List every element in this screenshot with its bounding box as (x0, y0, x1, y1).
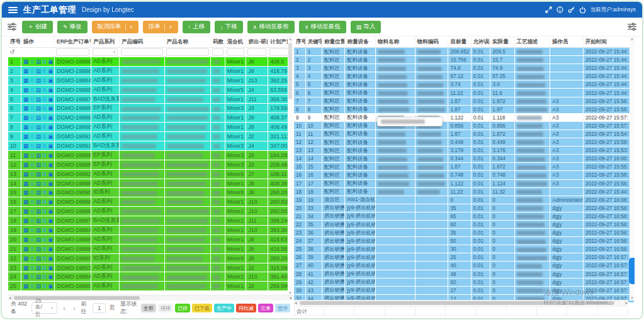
status-badge-完单[interactable]: 完单 (258, 304, 273, 312)
copy-icon[interactable]: ⧉ (43, 106, 47, 111)
work-order-row[interactable]: 14▦⊙▤⧉▣DGMO-198880AD系列Mixer1J9408.38 (8, 179, 293, 188)
list-icon[interactable]: ▤ (36, 134, 41, 140)
work-order-row[interactable]: 7▦⊙▤⧉▣DGMO-198880AD系列Mixer1J9408.37 (8, 113, 293, 123)
weighing-row[interactable]: 2538挤出研磨区jy9-挤出机研…300.010dgjy2022-09-27 … (294, 245, 635, 253)
copy-icon[interactable]: ⧉ (43, 199, 47, 205)
right-horizontal-scrollbar[interactable]: ◂▸ (294, 300, 628, 306)
detail-grid-icon[interactable]: ▦ (23, 199, 28, 205)
copy-icon[interactable]: ⧉ (43, 143, 47, 149)
copy-icon[interactable]: ⧉ (43, 172, 47, 177)
list-icon[interactable]: ▤ (36, 246, 41, 252)
key-icon[interactable] (568, 6, 575, 13)
stop-icon[interactable]: ▣ (48, 181, 53, 187)
copy-icon[interactable]: ⧉ (43, 59, 47, 65)
weighing-row[interactable]: 1818配料区配料设备11.220.0111.322022-09-27 15:4… (294, 187, 635, 196)
target-icon[interactable]: ⊙ (30, 284, 34, 289)
weighing-row[interactable]: 2841挤出研磨区jy9-挤出机研…480.010dgjy2022-09-27 … (294, 270, 635, 278)
hamburger-menu-icon[interactable] (8, 7, 18, 13)
filter-input[interactable] (166, 48, 210, 56)
list-icon[interactable]: ▤ (36, 172, 41, 177)
weighing-row[interactable]: 33配料区配料设备74.80.0174.92022-09-27 15:44: (294, 64, 635, 72)
copy-icon[interactable]: ⧉ (43, 237, 47, 243)
copy-icon[interactable]: ⧉ (43, 69, 47, 74)
stop-icon[interactable]: ▣ (48, 143, 53, 149)
detail-grid-icon[interactable]: ▦ (23, 153, 28, 158)
list-icon[interactable]: ▤ (36, 181, 41, 187)
target-icon[interactable]: ⊙ (30, 274, 34, 280)
detail-grid-icon[interactable]: ▦ (23, 134, 28, 140)
filter-input[interactable] (56, 48, 89, 56)
toolbar-button-cancel-schedule[interactable]: 取消排单∨ (92, 21, 139, 33)
power-icon[interactable] (579, 6, 586, 13)
target-icon[interactable]: ⊙ (30, 59, 34, 65)
target-icon[interactable]: ⊙ (30, 172, 34, 177)
target-icon[interactable]: ⊙ (30, 78, 34, 84)
weighing-row[interactable]: 22配料区配料设备15.7060.0115.72022-09-27 15:44: (294, 56, 635, 64)
chevron-down-icon[interactable]: ∨ (169, 24, 172, 30)
detail-grid-icon[interactable]: ▦ (23, 274, 28, 280)
weighing-row[interactable]: 1313配料区配料设备3.1790.013.176A32022-09-27 15… (294, 146, 635, 155)
copy-icon[interactable]: ⧉ (43, 265, 47, 271)
toolbar-button-move-to-bottom[interactable]: ∨移动至最低 (299, 21, 346, 33)
stop-icon[interactable]: ▣ (48, 199, 53, 205)
list-icon[interactable]: ▤ (36, 78, 41, 84)
work-order-row[interactable]: 25▦⊙▤⧉▣DGMO-198902AD系列Mixer1J2256.995 (8, 282, 293, 291)
list-icon[interactable]: ▤ (36, 265, 41, 271)
copy-icon[interactable]: ⧉ (43, 162, 47, 168)
list-icon[interactable]: ▤ (36, 143, 41, 149)
list-icon[interactable]: ▤ (36, 87, 41, 93)
weighing-row[interactable]: 2134挤出研磨区jy9-挤出机研…650.010dgjy2022-09-27 … (294, 212, 635, 220)
copy-icon[interactable]: ⧉ (43, 115, 47, 121)
copy-icon[interactable]: ⧉ (43, 228, 47, 233)
weighing-row[interactable]: 77配料区配料设备1.870.011.872A32022-09-27 15:56… (294, 97, 635, 105)
detail-grid-icon[interactable]: ▦ (23, 143, 28, 149)
chevron-down-icon[interactable]: ∨ (130, 24, 133, 30)
left-vertical-scrollbar[interactable]: ▲▼ (288, 36, 293, 295)
work-order-row[interactable]: 23▦⊙▤⧉▣DGMO-198532AD系列Mixer1J2315.694 (8, 263, 293, 272)
stop-icon[interactable]: ▣ (48, 172, 53, 177)
copy-icon[interactable]: ⧉ (43, 246, 47, 252)
stop-icon[interactable]: ▣ (48, 115, 53, 121)
filter-sliders-icon[interactable] (7, 23, 17, 31)
filter-input[interactable] (212, 48, 223, 56)
work-order-row[interactable]: 3▦⊙▤⧉▣DGMO-198841AD系列Mixer1J13392.251 (8, 75, 293, 85)
copy-icon[interactable]: ⧉ (43, 284, 47, 289)
work-order-row[interactable]: 22▦⊙▤⧉▣DGMO-198903ID系列Mixer6J8260.201 (8, 253, 293, 263)
next-page-button[interactable]: › (71, 304, 77, 312)
status-badge-待排[interactable]: 待排 (158, 304, 173, 312)
stop-icon[interactable]: ▣ (48, 153, 53, 158)
target-icon[interactable]: ⊙ (30, 97, 34, 102)
detail-grid-icon[interactable]: ▦ (23, 256, 28, 262)
weighing-row[interactable]: 99配料区配料设备1.1220.011.118A32022-09-27 15:5… (294, 113, 635, 121)
work-order-row[interactable]: 10▦⊙▤⧉▣DGMO-198912BAD浅灰系…Mixer3J4347.001 (8, 141, 293, 151)
weighing-row[interactable]: 1414配料区配料设备0.3440.010.344A32022-09-27 16… (294, 155, 635, 163)
weighing-row[interactable]: 1111配料区配料设备1.870.011.872A32022-09-27 15:… (294, 130, 635, 138)
info-icon[interactable] (556, 6, 563, 13)
detail-grid-icon[interactable]: ▦ (23, 265, 28, 271)
toolbar-button-move-down[interactable]: ↓下移 (215, 21, 243, 33)
detail-grid-icon[interactable]: ▦ (23, 190, 28, 196)
weighing-row[interactable]: 1616配料区配料设备0.7480.010.748A32022-09-27 15… (294, 171, 635, 179)
target-icon[interactable]: ⊙ (30, 143, 34, 149)
target-icon[interactable]: ⊙ (30, 162, 34, 168)
target-icon[interactable]: ⊙ (30, 106, 34, 111)
stop-icon[interactable]: ▣ (48, 69, 53, 74)
list-icon[interactable]: ▤ (36, 218, 41, 224)
detail-grid-icon[interactable]: ▦ (23, 69, 28, 74)
toolbar-button-schedule[interactable]: 排单∨ (143, 21, 178, 33)
work-order-row[interactable]: 17▦⊙▤⧉▣DGMO-198865AD系列Mixer1J10260.001 (8, 207, 293, 216)
status-badge-暂停[interactable]: 暂停 (275, 304, 290, 312)
target-icon[interactable]: ⊙ (30, 190, 34, 196)
weighing-row[interactable]: 1515配料区配料设备1.870.011.872A32022-09-27 15:… (294, 163, 635, 171)
detail-grid-icon[interactable]: ▦ (23, 246, 28, 252)
list-icon[interactable]: ▤ (36, 115, 41, 121)
detail-grid-icon[interactable]: ▦ (23, 209, 28, 214)
target-icon[interactable]: ⊙ (30, 228, 34, 233)
stop-icon[interactable]: ▣ (48, 284, 53, 289)
weighing-row[interactable]: 88配料区配料设备1.870.011.87A32022-09-27 15:56: (294, 105, 635, 113)
stop-icon[interactable]: ▣ (48, 134, 53, 140)
right-scroll-thumb[interactable] (629, 258, 635, 284)
stop-icon[interactable]: ▣ (48, 124, 53, 130)
copy-icon[interactable]: ⧉ (43, 97, 47, 102)
weighing-row[interactable]: 1717配料区配料设备1.1220.011.124A32022-09-27 15… (294, 179, 635, 187)
